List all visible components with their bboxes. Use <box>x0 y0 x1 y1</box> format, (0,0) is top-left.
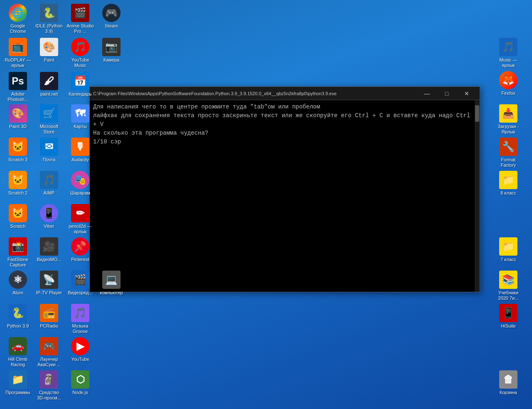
desktop-icon-steam[interactable]: 🎮Steam <box>96 2 127 30</box>
icon-image-shararam: 🎭 <box>71 171 89 189</box>
icon-image-python39: 🐍 <box>9 304 27 322</box>
desktop-icon-maps[interactable]: 🗺Карты <box>64 103 96 131</box>
icon-label-korzina: Корзина <box>500 390 517 395</box>
desktop-icon-audacity[interactable]: 🎙Audacity <box>64 136 96 164</box>
desktop-icon-hillclimb[interactable]: 🚗Hill Climb Racing <box>2 335 34 369</box>
desktop-icon-rudplay[interactable]: 📺RuDPLAY — ярлык <box>2 36 34 70</box>
terminal-body: Для написания чего то в центре прожмите … <box>90 100 480 292</box>
desktop-icon-scratch2[interactable]: 🐱Scratch 2 <box>2 169 34 197</box>
desktop-icon-pochta[interactable]: ✉Почта <box>33 136 65 164</box>
desktop-icon-pencil2d[interactable]: ✏pencil2d — ярлык <box>64 202 96 236</box>
desktop-icon-pinterest[interactable]: 📌Pinterest <box>64 236 96 264</box>
desktop-icon-idle-python[interactable]: 🐍IDLE (Python 3.9) <box>33 2 65 36</box>
icon-image-steam: 🎮 <box>102 4 121 22</box>
icon-label-videomo: ВидеоМО... <box>37 257 61 262</box>
icon-label-maps: Карты <box>74 124 86 129</box>
desktop-icon-pcradio[interactable]: 📻PCRadio <box>33 302 65 330</box>
desktop-icon-camera[interactable]: 📷Камера <box>96 36 127 64</box>
icon-label-paintnet: paint.net <box>40 91 58 97</box>
icon-image-maps: 🗺 <box>71 104 89 123</box>
icon-image-viber: 📱 <box>40 204 58 222</box>
desktop-icon-youtube[interactable]: ▶YouTube <box>64 335 96 364</box>
desktop-icon-8klass[interactable]: 📁8 класс <box>493 169 524 197</box>
icon-label-viber: Viber <box>44 224 54 229</box>
desktop-icon-atom[interactable]: ⚛Atom <box>2 269 34 297</box>
desktop-icon-uchebniki[interactable]: 📚Учебники 2020 7и... <box>493 269 524 303</box>
icon-label-8klass: 8 класс <box>500 190 516 196</box>
icon-image-pochta: ✉ <box>40 138 58 156</box>
desktop-icon-iptv[interactable]: 📡IP-TV Player <box>33 269 65 297</box>
icon-label-firefox: Firefox <box>501 91 515 96</box>
desktop-icon-videomo[interactable]: 🎥ВидеоМО... <box>33 236 65 264</box>
desktop-icon-hisuite[interactable]: 📱HiSuite <box>493 302 524 330</box>
close-button[interactable]: ✕ <box>457 88 476 99</box>
icon-image-youtube: ▶ <box>71 337 89 355</box>
icon-image-photoshop: Ps <box>9 72 27 90</box>
icon-label-7klass: 7 класс <box>500 257 516 262</box>
desktop-icon-aimp[interactable]: 🎵AIMP <box>33 169 65 197</box>
desktop-icon-viber[interactable]: 📱Viber <box>33 202 65 231</box>
icon-label-downloads: Загрузки - Ярлык <box>494 124 522 135</box>
icon-label-pencil2d: pencil2d — ярлык <box>66 224 94 234</box>
icon-label-komputer: компьютер <box>100 290 123 296</box>
desktop-icon-calendar[interactable]: 📅Календарь <box>64 70 96 99</box>
desktop-icon-7klass[interactable]: 📁7 класс <box>493 236 524 264</box>
icon-label-launcher: Лаунчер АваСуки ... <box>35 357 63 367</box>
desktop-icon-music-shortcut[interactable]: 🎵Music — ярлык <box>493 36 524 70</box>
desktop-icon-launcher[interactable]: 🎮Лаунчер АваСуки ... <box>33 335 65 369</box>
icon-label-youtube: YouTube <box>71 357 89 362</box>
icon-image-idle-python: 🐍 <box>40 4 58 22</box>
icon-label-paint3d: Paint 3D <box>9 124 27 129</box>
icon-image-msstore: 🛒 <box>40 104 58 123</box>
icon-image-7klass: 📁 <box>499 237 517 256</box>
icon-label-music-shortcut: Music — ярлык <box>494 57 522 68</box>
desktop-icon-format-factory[interactable]: 🔧Format Factory <box>493 136 524 170</box>
icon-image-uchebniki: 📚 <box>499 271 517 289</box>
desktop-icon-photoshop[interactable]: PsAdobe Photosh... <box>2 70 34 104</box>
desktop-icon-videoeda[interactable]: 🎬Видеоред... <box>64 269 96 297</box>
desktop-icon-msstore[interactable]: 🛒Microsoft Store <box>33 103 65 136</box>
icon-label-uchebniki: Учебники 2020 7и... <box>494 290 522 301</box>
icon-image-camera: 📷 <box>102 38 121 56</box>
minimize-button[interactable]: — <box>417 88 436 99</box>
icon-label-nodejs: Node.js <box>72 390 88 395</box>
icon-label-steam: Steam <box>105 23 118 29</box>
desktop-icon-google-chrome[interactable]: 🌐Google Chrome <box>2 2 34 36</box>
desktop-icon-shararam[interactable]: 🎭Шарарам <box>64 169 96 197</box>
maximize-button[interactable]: □ <box>437 88 456 99</box>
icon-label-msstore: Microsoft Store <box>35 124 63 135</box>
icon-label-idle-python: IDLE (Python 3.9) <box>35 23 63 34</box>
icon-label-rudplay: RuDPLAY — ярлык <box>4 57 32 68</box>
desktop-icon-firefox[interactable]: 🦊Firefox <box>493 69 524 98</box>
terminal-title: C:\Program Files\WindowsApps\PythonSoftw… <box>93 91 417 96</box>
desktop-icon-paintnet[interactable]: 🖌paint.net <box>33 70 65 99</box>
desktop-icon-youtube-music[interactable]: 🎵YouTube Music <box>64 36 96 70</box>
icon-label-pinterest: Pinterest <box>71 257 89 262</box>
terminal-scrollbar[interactable] <box>475 100 480 292</box>
desktop-icon-3dview[interactable]: 🗿Средство 3D-просм... <box>33 369 65 402</box>
icon-label-scratch: Scratch <box>10 224 25 229</box>
desktop-icon-paint3d[interactable]: 🎨Paint 3D <box>2 103 34 131</box>
icon-label-iptv: IP-TV Player <box>36 290 62 296</box>
desktop-icon-nodejs[interactable]: ⬡Node.js <box>64 369 96 397</box>
desktop-icon-groove[interactable]: 🎵Музыка Groove <box>64 302 96 336</box>
desktop-icon-paint[interactable]: 🎨Paint <box>33 36 65 64</box>
icon-label-format-factory: Format Factory <box>494 157 522 168</box>
icon-image-nodejs: ⬡ <box>71 370 89 389</box>
desktop-icon-korzina[interactable]: 🗑Корзина <box>493 369 524 397</box>
desktop-icon-faststone[interactable]: 📸FastStone Capture <box>2 236 34 269</box>
icon-image-anime-studio: 🎬 <box>71 4 89 22</box>
terminal-line: 1/10 сэр <box>93 138 476 146</box>
desktop-icon-scratch3[interactable]: 🐱Scratch 3 <box>2 136 34 164</box>
desktop-icon-komputer[interactable]: 💻компьютер <box>96 269 127 297</box>
desktop-icon-downloads[interactable]: 📥Загрузки - Ярлык <box>493 103 524 136</box>
desktop-icon-python39[interactable]: 🐍Python 3.9 <box>2 302 34 330</box>
icon-image-8klass: 📁 <box>499 171 517 189</box>
terminal-window[interactable]: C:\Program Files\WindowsApps\PythonSoftw… <box>89 86 480 292</box>
icon-image-3dview: 🗿 <box>40 370 58 389</box>
desktop-icon-scratch[interactable]: 🐱Scratch <box>2 202 34 231</box>
desktop-icon-anime-studio[interactable]: 🎬Anime Studio Pro ... <box>64 2 96 36</box>
icon-image-pinterest: 📌 <box>71 237 89 256</box>
desktop-icon-programs[interactable]: 📁Программы <box>2 369 34 397</box>
icon-image-paint3d: 🎨 <box>9 104 27 123</box>
